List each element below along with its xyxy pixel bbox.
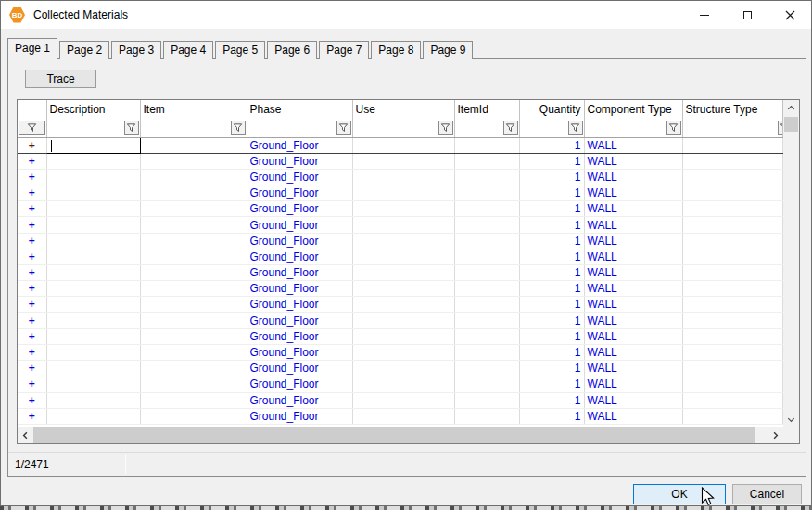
filter-button-description[interactable] — [124, 121, 139, 135]
tab-page-7[interactable]: Page 7 — [319, 41, 369, 59]
column-header-quantity[interactable]: Quantity — [519, 100, 584, 137]
cell-quantity[interactable]: 1 — [519, 185, 584, 201]
cell-description[interactable] — [46, 392, 140, 408]
cell-quantity[interactable]: 1 — [519, 344, 584, 360]
cell-component_type[interactable]: WALL — [584, 408, 682, 424]
horizontal-scrollbar[interactable] — [18, 427, 799, 443]
filter-button-row_marker[interactable] — [19, 121, 45, 135]
cell-item_id[interactable] — [454, 392, 519, 408]
cell-structure_type[interactable] — [682, 169, 782, 185]
column-header-use[interactable]: Use — [352, 100, 454, 137]
cell-quantity[interactable]: 1 — [519, 376, 584, 392]
cell-phase[interactable]: Ground_Floor — [247, 328, 352, 344]
cell-component_type[interactable]: WALL — [584, 233, 682, 249]
table-row[interactable]: +Ground_Floor1WALL — [18, 217, 782, 233]
tab-page-3[interactable]: Page 3 — [111, 41, 161, 59]
cell-component_type[interactable]: WALL — [584, 361, 682, 376]
cell-component_type[interactable]: WALL — [584, 201, 682, 217]
cell-row_marker[interactable]: + — [18, 392, 46, 408]
cell-use[interactable] — [352, 201, 454, 217]
cell-structure_type[interactable] — [682, 201, 782, 217]
cell-row_marker[interactable]: + — [18, 408, 46, 424]
cell-row_marker[interactable]: + — [18, 153, 46, 169]
cell-row_marker[interactable]: + — [18, 376, 46, 392]
cell-structure_type[interactable] — [682, 217, 782, 233]
cell-item_id[interactable] — [454, 408, 519, 424]
cell-structure_type[interactable] — [682, 361, 782, 376]
cell-quantity[interactable]: 1 — [519, 233, 584, 249]
table-row[interactable]: +Ground_Floor1WALL — [18, 312, 782, 328]
filter-button-component_type[interactable] — [666, 121, 681, 135]
table-row[interactable]: +Ground_Floor1WALL — [18, 361, 782, 376]
filter-button-quantity[interactable] — [568, 121, 583, 135]
column-header-description[interactable]: Description — [46, 100, 140, 137]
cell-quantity[interactable]: 1 — [519, 328, 584, 344]
cell-use[interactable] — [352, 249, 454, 264]
tab-page-2[interactable]: Page 2 — [59, 41, 109, 59]
cell-component_type[interactable]: WALL — [584, 328, 682, 344]
cell-description[interactable] — [46, 217, 140, 233]
cell-description[interactable] — [46, 312, 140, 328]
cell-phase[interactable]: Ground_Floor — [247, 249, 352, 264]
cell-quantity[interactable]: 1 — [519, 408, 584, 424]
table-row[interactable]: +Ground_Floor1WALL — [18, 185, 782, 201]
cell-phase[interactable]: Ground_Floor — [247, 312, 352, 328]
cell-component_type[interactable]: WALL — [584, 376, 682, 392]
cell-row_marker[interactable]: + — [18, 185, 46, 201]
cell-item[interactable] — [140, 392, 247, 408]
column-header-structure_type[interactable]: Structure Type — [682, 100, 782, 137]
table-row[interactable]: +Ground_Floor1WALL — [18, 153, 782, 169]
cell-item_id[interactable] — [454, 344, 519, 360]
table-row[interactable]: +Ground_Floor1WALL — [18, 233, 782, 249]
cell-component_type[interactable]: WALL — [584, 281, 682, 297]
cell-item_id[interactable] — [454, 361, 519, 376]
tab-page-9[interactable]: Page 9 — [423, 41, 473, 59]
cell-item[interactable] — [140, 265, 247, 281]
cell-component_type[interactable]: WALL — [584, 265, 682, 281]
column-header-item_id[interactable]: ItemId — [454, 100, 519, 137]
table-row[interactable]: +Ground_Floor1WALL — [18, 137, 782, 153]
cell-item[interactable] — [140, 312, 247, 328]
cell-structure_type[interactable] — [682, 392, 782, 408]
column-header-row_marker[interactable] — [18, 100, 46, 137]
cell-phase[interactable]: Ground_Floor — [247, 185, 352, 201]
cell-use[interactable] — [352, 169, 454, 185]
cell-use[interactable] — [352, 233, 454, 249]
cell-description[interactable] — [46, 408, 140, 424]
cell-use[interactable] — [352, 297, 454, 312]
cell-row_marker[interactable]: + — [18, 312, 46, 328]
cell-item[interactable] — [140, 137, 247, 153]
cell-phase[interactable]: Ground_Floor — [247, 233, 352, 249]
maximize-button[interactable] — [726, 1, 768, 29]
cell-description[interactable] — [46, 201, 140, 217]
cell-component_type[interactable]: WALL — [584, 392, 682, 408]
cell-use[interactable] — [352, 185, 454, 201]
cell-quantity[interactable]: 1 — [519, 361, 584, 376]
filter-button-phase[interactable] — [336, 121, 351, 135]
cell-description[interactable] — [46, 233, 140, 249]
table-row[interactable]: +Ground_Floor1WALL — [18, 297, 782, 312]
filter-button-item[interactable] — [231, 121, 246, 135]
cell-structure_type[interactable] — [682, 153, 782, 169]
cell-description[interactable] — [46, 297, 140, 312]
cell-row_marker[interactable]: + — [18, 328, 46, 344]
cell-row_marker[interactable]: + — [18, 169, 46, 185]
tab-page-8[interactable]: Page 8 — [371, 41, 421, 59]
cell-quantity[interactable]: 1 — [519, 153, 584, 169]
cell-quantity[interactable]: 1 — [519, 137, 584, 153]
cell-quantity[interactable]: 1 — [519, 169, 584, 185]
cell-item_id[interactable] — [454, 281, 519, 297]
cell-structure_type[interactable] — [682, 249, 782, 264]
table-row[interactable]: +Ground_Floor1WALL — [18, 265, 782, 281]
filter-button-use[interactable] — [438, 121, 453, 135]
cell-item[interactable] — [140, 185, 247, 201]
cell-item_id[interactable] — [454, 249, 519, 264]
cell-use[interactable] — [352, 312, 454, 328]
cell-description[interactable] — [46, 265, 140, 281]
cell-quantity[interactable]: 1 — [519, 297, 584, 312]
cell-item[interactable] — [140, 217, 247, 233]
horizontal-scroll-thumb[interactable] — [33, 427, 755, 443]
cell-item[interactable] — [140, 201, 247, 217]
cell-row_marker[interactable]: + — [18, 201, 46, 217]
cell-phase[interactable]: Ground_Floor — [247, 281, 352, 297]
